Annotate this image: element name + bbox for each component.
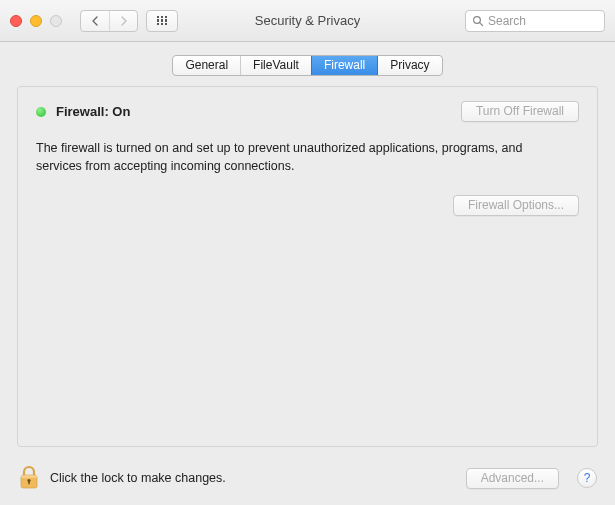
search-field[interactable]	[465, 10, 605, 32]
footer: Click the lock to make changes. Advanced…	[0, 455, 615, 505]
firewall-options-button[interactable]: Firewall Options...	[453, 195, 579, 216]
tab-bar: General FileVault Firewall Privacy	[0, 42, 615, 86]
lock-hint-text: Click the lock to make changes.	[50, 471, 456, 485]
turn-off-firewall-button[interactable]: Turn Off Firewall	[461, 101, 579, 122]
content-area: Firewall: On Turn Off Firewall The firew…	[0, 86, 615, 455]
help-button[interactable]: ?	[577, 468, 597, 488]
tab-firewall[interactable]: Firewall	[311, 56, 377, 75]
svg-rect-5	[28, 481, 30, 484]
search-input[interactable]	[488, 14, 598, 28]
chevron-right-icon	[120, 16, 128, 26]
help-icon: ?	[584, 471, 591, 485]
advanced-button[interactable]: Advanced...	[466, 468, 559, 489]
grid-icon	[157, 16, 167, 26]
firewall-panel: Firewall: On Turn Off Firewall The firew…	[17, 86, 598, 447]
titlebar: Security & Privacy	[0, 0, 615, 42]
status-indicator-icon	[36, 107, 46, 117]
search-icon	[472, 15, 484, 27]
close-window-button[interactable]	[10, 15, 22, 27]
firewall-status-label: Firewall: On	[56, 104, 461, 119]
show-all-button[interactable]	[146, 10, 178, 32]
preferences-window: Security & Privacy General FileVault Fir…	[0, 0, 615, 505]
tab-group: General FileVault Firewall Privacy	[172, 55, 442, 76]
chevron-left-icon	[91, 16, 99, 26]
lock-icon[interactable]	[18, 465, 40, 491]
traffic-lights	[10, 15, 62, 27]
firewall-status-row: Firewall: On Turn Off Firewall	[36, 101, 579, 122]
options-row: Firewall Options...	[36, 195, 579, 216]
forward-button[interactable]	[109, 11, 137, 31]
svg-line-1	[480, 22, 483, 25]
nav-buttons	[80, 10, 138, 32]
tab-privacy[interactable]: Privacy	[377, 56, 441, 75]
zoom-window-button	[50, 15, 62, 27]
minimize-window-button[interactable]	[30, 15, 42, 27]
firewall-description: The firewall is turned on and set up to …	[36, 140, 556, 175]
svg-rect-3	[21, 475, 37, 478]
back-button[interactable]	[81, 11, 109, 31]
tab-filevault[interactable]: FileVault	[240, 56, 311, 75]
tab-general[interactable]: General	[173, 56, 240, 75]
